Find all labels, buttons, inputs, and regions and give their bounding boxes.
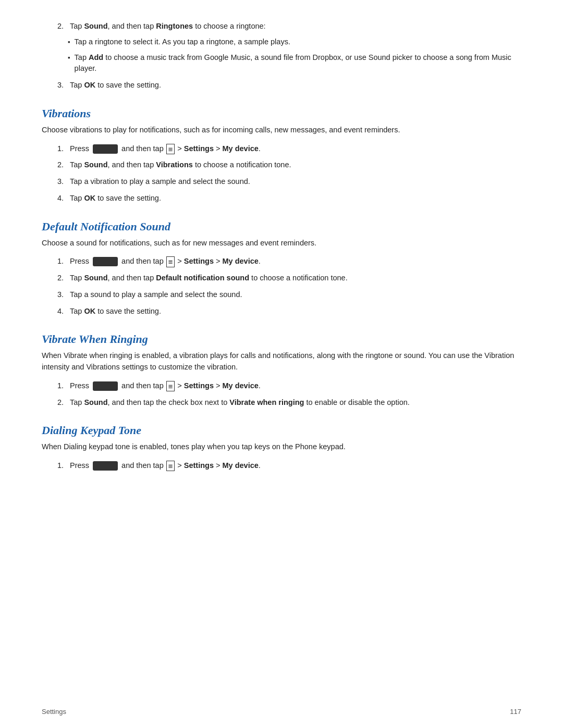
dns-step-3-text: Tap a sound to play a sample and select … (70, 289, 242, 301)
home-button-icon-vwr (93, 381, 118, 391)
home-button-icon-dns (93, 257, 118, 266)
dns-step-4-text: Tap OK to save the setting. (70, 306, 161, 317)
dns-step-num-4: 4. (57, 306, 70, 317)
dialing-keypad-heading: Dialing Keypad Tone (42, 424, 521, 437)
vwr-step-1: 1. Press and then tap ≡ > Settings > My … (57, 380, 521, 392)
default-notification-section: Default Notification Sound Choose a soun… (42, 220, 521, 317)
top-item2-text: Tap Sound, and then tap Ringtones to cho… (70, 21, 266, 32)
dns-step-num-1: 1. (57, 256, 70, 267)
step-num-1: 1. (57, 143, 70, 155)
vibrations-step-4-text: Tap OK to save the setting. (70, 193, 161, 204)
home-button-icon (93, 144, 118, 154)
vibrations-description: Choose vibrations to play for notificati… (42, 125, 521, 136)
default-notification-list: 1. Press and then tap ≡ > Settings > My … (57, 256, 521, 317)
ringtone-bullets: Tap a ringtone to select it. As you tap … (68, 36, 521, 75)
dialing-keypad-list: 1. Press and then tap ≡ > Settings > My … (57, 460, 521, 472)
vwr-step-num-2: 2. (57, 397, 70, 409)
vwr-step-2-text: Tap Sound, and then tap the check box ne… (70, 397, 410, 409)
dns-step-1-text: Press and then tap ≡ > Settings > My dev… (70, 256, 261, 267)
step-num-2: 2. (57, 159, 70, 171)
footer-right: 117 (510, 708, 521, 715)
vibrations-section: Vibrations Choose vibrations to play for… (42, 107, 521, 204)
vibrations-step-1-text: Press and then tap ≡ > Settings > My dev… (70, 143, 261, 155)
top-list-item-3: 3. Tap OK to save the setting. (57, 80, 521, 91)
menu-icon-dk: ≡ (166, 461, 175, 471)
dk-step-1-text: Press and then tap ≡ > Settings > My dev… (70, 460, 261, 472)
menu-icon: ≡ (166, 144, 175, 154)
vibrations-step-2-text: Tap Sound, and then tap Vibrations to ch… (70, 159, 291, 171)
dialing-keypad-section: Dialing Keypad Tone When Dialing keypad … (42, 424, 521, 472)
top-list-item-2: 2. Tap Sound, and then tap Ringtones to … (57, 21, 521, 32)
vibrations-step-2: 2. Tap Sound, and then tap Vibrations to… (57, 159, 521, 171)
vibrations-step-3: 3. Tap a vibration to play a sample and … (57, 176, 521, 188)
bullet-item-1: Tap a ringtone to select it. As you tap … (68, 36, 521, 48)
dns-step-1: 1. Press and then tap ≡ > Settings > My … (57, 256, 521, 267)
dialing-keypad-description: When Dialing keypad tone is enabled, ton… (42, 441, 521, 453)
default-notification-description: Choose a sound for notifications, such a… (42, 238, 521, 249)
vibrations-step-4: 4. Tap OK to save the setting. (57, 193, 521, 204)
dns-step-num-3: 3. (57, 289, 70, 301)
top-continuation-section: 2. Tap Sound, and then tap Ringtones to … (42, 21, 521, 91)
vibrate-when-ringing-description: When Vibrate when ringing is enabled, a … (42, 350, 521, 373)
menu-icon-vwr: ≡ (166, 381, 175, 391)
footer-left: Settings (42, 708, 66, 715)
top-list-2: 3. Tap OK to save the setting. (57, 80, 521, 91)
dk-step-1: 1. Press and then tap ≡ > Settings > My … (57, 460, 521, 472)
page-container: 2. Tap Sound, and then tap Ringtones to … (0, 0, 563, 508)
top-list: 2. Tap Sound, and then tap Ringtones to … (57, 21, 521, 32)
page-footer: Settings 117 (42, 708, 521, 715)
home-button-icon-dk (93, 461, 118, 471)
vwr-step-2: 2. Tap Sound, and then tap the check box… (57, 397, 521, 409)
dns-step-3: 3. Tap a sound to play a sample and sele… (57, 289, 521, 301)
dns-step-2-text: Tap Sound, and then tap Default notifica… (70, 273, 348, 284)
bullet-text-2: Tap Add to choose a music track from Goo… (75, 52, 521, 75)
vibrations-heading: Vibrations (42, 107, 521, 120)
vwr-step-1-text: Press and then tap ≡ > Settings > My dev… (70, 380, 261, 392)
list-number-3: 3. (57, 80, 70, 91)
dns-step-num-2: 2. (57, 273, 70, 284)
vibrate-when-ringing-list: 1. Press and then tap ≡ > Settings > My … (57, 380, 521, 409)
bullet-text-1: Tap a ringtone to select it. As you tap … (75, 36, 290, 48)
list-number: 2. (57, 21, 70, 32)
dk-step-num-1: 1. (57, 460, 70, 472)
step-num-4: 4. (57, 193, 70, 204)
top-item3-text: Tap OK to save the setting. (70, 80, 161, 91)
vibrate-when-ringing-section: Vibrate When Ringing When Vibrate when r… (42, 332, 521, 408)
vibrations-step-1: 1. Press and then tap ≡ > Settings > My … (57, 143, 521, 155)
vibrations-list: 1. Press and then tap ≡ > Settings > My … (57, 143, 521, 204)
dns-step-2: 2. Tap Sound, and then tap Default notif… (57, 273, 521, 284)
vwr-step-num-1: 1. (57, 380, 70, 392)
menu-icon-dns: ≡ (166, 256, 175, 267)
vibrate-when-ringing-heading: Vibrate When Ringing (42, 332, 521, 346)
bullet-item-2: Tap Add to choose a music track from Goo… (68, 52, 521, 75)
step-num-3: 3. (57, 176, 70, 188)
dns-step-4: 4. Tap OK to save the setting. (57, 306, 521, 317)
default-notification-heading: Default Notification Sound (42, 220, 521, 233)
vibrations-step-3-text: Tap a vibration to play a sample and sel… (70, 176, 250, 188)
